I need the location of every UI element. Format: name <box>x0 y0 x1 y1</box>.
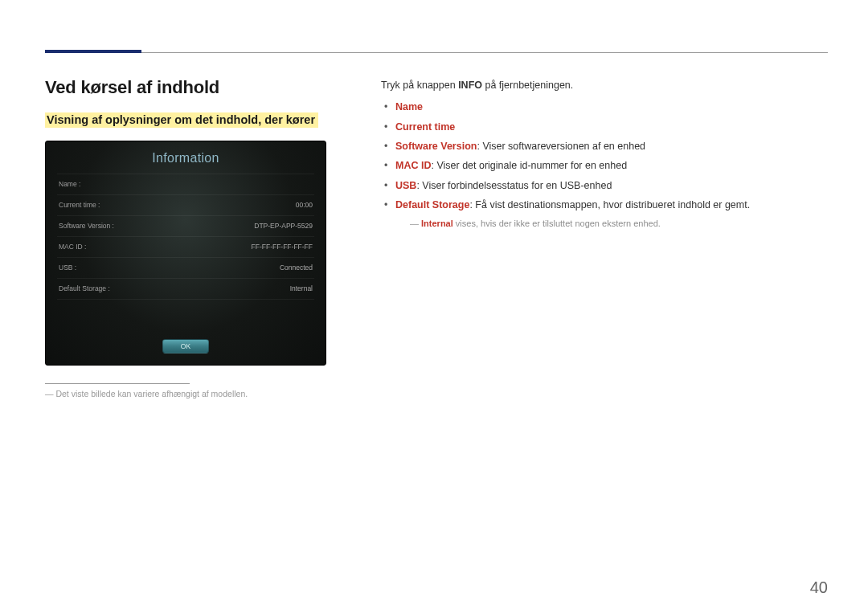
bullet-rest: : Viser forbindelsesstatus for en USB-en… <box>416 180 612 191</box>
note-divider <box>45 383 190 384</box>
page-number: 40 <box>810 578 828 597</box>
bullet-bold: Default Storage <box>395 199 469 210</box>
info-value: Connected <box>280 264 313 272</box>
info-label: USB : <box>59 264 76 272</box>
page-title: Ved kørsel af indhold <box>45 77 358 98</box>
info-label: Software Version : <box>59 222 114 230</box>
bullet-current-time: Current time <box>381 117 828 137</box>
bullet-rest: : Viser det originale id-nummer for en e… <box>431 160 627 171</box>
top-divider <box>45 52 828 53</box>
bullet-text: Name <box>395 101 423 112</box>
sub-note: Internal vises, hvis der ikke er tilslut… <box>381 217 828 231</box>
info-label: Default Storage : <box>59 284 110 292</box>
info-row-name: Name : <box>57 174 314 194</box>
bullet-bold: USB <box>395 180 416 191</box>
info-row-software-version: Software Version : DTP-EP-APP-5529 <box>57 215 314 236</box>
bullet-default-storage: Default Storage: Få vist destinationsmap… <box>381 195 828 215</box>
bullet-bold: MAC ID <box>395 160 431 171</box>
intro-post: på fjernbetjeningen. <box>482 80 573 91</box>
intro-pre: Tryk på knappen <box>381 80 458 91</box>
info-value: DTP-EP-APP-5529 <box>254 222 313 230</box>
bullet-mac-id: MAC ID: Viser det originale id-nummer fo… <box>381 156 828 175</box>
subnote-bold: Internal <box>421 219 453 228</box>
bullet-usb: USB: Viser forbindelsesstatus for en USB… <box>381 176 828 195</box>
bullet-rest: : Få vist destinationsmappen, hvor distr… <box>469 199 750 210</box>
info-label: Current time : <box>59 201 100 209</box>
info-panel-title: Information <box>46 141 326 174</box>
ok-button[interactable]: OK <box>162 339 209 353</box>
info-row-usb: USB : Connected <box>57 257 314 278</box>
info-label: MAC ID : <box>59 243 86 251</box>
intro-bold: INFO <box>458 80 482 91</box>
information-panel: Information Name : Current time : 00:00 … <box>45 141 326 366</box>
top-accent-bar <box>45 50 141 53</box>
info-label: Name : <box>59 180 80 188</box>
subnote-rest: vises, hvis der ikke er tilsluttet nogen… <box>453 219 661 228</box>
bullet-bold: Software Version <box>395 141 477 152</box>
info-value: 00:00 <box>296 201 313 209</box>
bullet-text: Current time <box>395 121 455 133</box>
info-row-current-time: Current time : 00:00 <box>57 194 314 215</box>
info-row-default-storage: Default Storage : Internal <box>57 278 314 300</box>
panel-note: Det viste billede kan variere afhængigt … <box>45 389 358 398</box>
bullet-name: Name <box>381 97 828 116</box>
intro-text: Tryk på knappen INFO på fjernbetjeningen… <box>381 77 828 94</box>
bullet-rest: : Viser softwareversionen af en enhed <box>477 141 645 152</box>
bullet-software-version: Software Version: Viser softwareversione… <box>381 137 828 156</box>
bullet-list: Name Current time Software Version: Vise… <box>381 97 828 215</box>
info-value: Internal <box>290 284 313 292</box>
info-row-mac-id: MAC ID : FF-FF-FF-FF-FF-FF <box>57 236 314 257</box>
info-value: FF-FF-FF-FF-FF-FF <box>252 243 313 251</box>
section-heading: Visning af oplysninger om det indhold, d… <box>45 112 318 128</box>
